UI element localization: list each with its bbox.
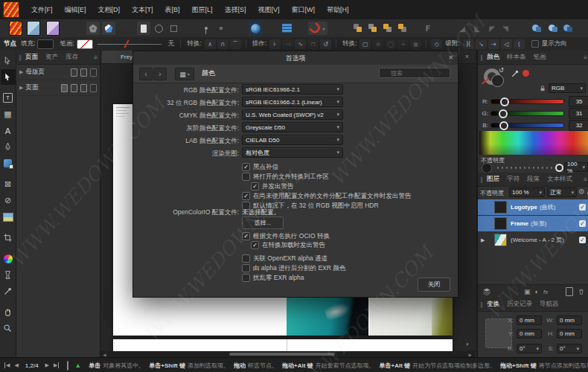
warn-assign-checkbox[interactable]: ✓ 在尚未使用配置文件的文件分配工作配置文件时发出警告: [242, 192, 412, 200]
blue-value[interactable]: 32: [569, 120, 588, 131]
panel-drag-handle[interactable]: ∥: [480, 301, 483, 308]
stroke-width-slider[interactable]: [98, 39, 162, 48]
move-to-front-icon[interactable]: [351, 22, 365, 35]
last-page-icon[interactable]: ▶: [54, 362, 59, 368]
snap-align-icon[interactable]: ◁: [501, 39, 512, 49]
checkbox-box[interactable]: ✓: [242, 232, 250, 240]
snap-to-geometry-icon[interactable]: ⇥: [488, 39, 499, 49]
pin-icon[interactable]: [199, 22, 213, 35]
boolean-intersect-icon[interactable]: [561, 22, 575, 35]
exr-zero-checkbox[interactable]: 扰乱零 EXR alpha: [242, 274, 304, 282]
red-value[interactable]: 35: [569, 96, 588, 107]
close-icon[interactable]: ×: [449, 53, 453, 62]
tab-pages[interactable]: 页面: [25, 53, 38, 62]
panel-menu-icon[interactable]: ≡: [584, 54, 587, 61]
tab-layers[interactable]: 图层: [487, 175, 499, 184]
sections-grid-button[interactable]: ▦ ▾: [175, 68, 194, 80]
boolean-subtract-icon[interactable]: [546, 22, 560, 35]
frame-text-tool-icon[interactable]: T: [1, 90, 16, 106]
rgb32-profile-select[interactable]: sRGB IEC61966-2.1 (Linear)▾: [242, 97, 343, 107]
checkbox-box[interactable]: ✓: [251, 241, 259, 249]
convert-smart-icon[interactable]: ⌒: [230, 39, 241, 49]
panel-menu-icon[interactable]: ≡: [584, 176, 587, 183]
snap-toggle-icon[interactable]: ◇: [431, 39, 442, 49]
photo-teal[interactable]: [287, 298, 368, 336]
w-field[interactable]: 0 mm: [557, 315, 582, 325]
warn-convert-checkbox[interactable]: ✓ 并发出警告: [251, 182, 294, 190]
zoom-tool-icon[interactable]: [1, 321, 16, 336]
layer-row-logotype[interactable]: Logotype (曲线) ✓: [478, 199, 588, 215]
hand-tool-icon[interactable]: [1, 304, 16, 320]
forward-button[interactable]: ›: [153, 68, 167, 80]
stack-icon[interactable]: [280, 22, 293, 35]
h-field[interactable]: 0 mm: [557, 329, 582, 339]
rendering-intent-select[interactable]: 相对色度▾: [242, 147, 343, 158]
artistic-text-tool-icon[interactable]: A: [1, 123, 16, 138]
checkbox-box[interactable]: [242, 274, 250, 282]
menu-help[interactable]: 帮助[H]: [327, 5, 349, 15]
menu-view[interactable]: 视图[V]: [258, 5, 280, 15]
tab-history[interactable]: 历史记录: [507, 300, 532, 309]
expand-caret-icon[interactable]: ▶: [19, 85, 23, 91]
snapping-magnet-icon[interactable]: ▾: [308, 22, 327, 35]
new-shape-icon[interactable]: +: [86, 22, 100, 35]
panel-drag-handle[interactable]: ∥: [480, 54, 483, 61]
black-point-checkbox[interactable]: ✓ 黑点补偿: [242, 163, 278, 171]
add-page-icon[interactable]: [71, 84, 77, 92]
layers-opacity-select[interactable]: 100 %▾: [509, 187, 545, 197]
anchor-icon[interactable]: [214, 22, 228, 35]
add-master-icon[interactable]: [71, 68, 77, 77]
menu-layer[interactable]: 图层[L]: [192, 5, 213, 15]
blend-mode-select[interactable]: 正常▾: [547, 187, 577, 197]
layer-visibility-checkbox[interactable]: ✓: [579, 204, 586, 211]
picture-frame-ellipse-tool-icon[interactable]: ⊘: [1, 193, 16, 208]
menu-document[interactable]: 文档[D]: [98, 5, 121, 15]
back-button[interactable]: ‹: [139, 68, 153, 80]
lock-icon[interactable]: [539, 85, 546, 92]
rgb-profile-select[interactable]: sRGB IEC61966-2.1▾: [242, 84, 343, 94]
menu-file[interactable]: 文件[F]: [31, 5, 53, 15]
layer-visibility-checkbox[interactable]: ✓: [579, 220, 586, 227]
rotate-node-icon[interactable]: ⊕: [372, 39, 383, 49]
y-field[interactable]: 0 mm: [517, 329, 542, 339]
exr-postdivide-checkbox[interactable]: 由 alpha 进行后分割的 EXR 颜色: [242, 264, 345, 272]
join-curves-icon[interactable]: ⊓: [307, 39, 319, 49]
tab-text-styles[interactable]: 文本样式: [547, 175, 572, 184]
tab-navigator[interactable]: 导航器: [540, 300, 559, 309]
rotate-ccw-icon[interactable]: ◤: [485, 22, 499, 35]
shear-node-icon[interactable]: +: [397, 39, 409, 49]
picture-frame-rect-tool-icon[interactable]: ⊠: [1, 176, 16, 192]
vscroll-down-icon[interactable]: ▼: [465, 342, 470, 347]
s-field[interactable]: 0°▾: [557, 344, 582, 353]
dialog-title-bar[interactable]: 首选项 ×: [133, 51, 458, 65]
menu-window[interactable]: 窗口[W]: [292, 5, 316, 15]
snap-offcurve-icon[interactable]: )(: [463, 39, 474, 49]
pen-tool-icon[interactable]: [1, 139, 16, 155]
checkbox-box[interactable]: [242, 264, 250, 272]
red-slider[interactable]: [490, 99, 564, 104]
tab-transform[interactable]: 变换: [487, 300, 499, 309]
prev-page-icon[interactable]: ◀: [14, 362, 18, 368]
green-slider[interactable]: [490, 111, 564, 116]
layer-row-welcome[interactable]: ▶ (Welcome - A - 2 页) ✓: [478, 232, 588, 248]
convert-sharp-icon[interactable]: ∧: [205, 39, 216, 49]
photo-light[interactable]: [370, 298, 453, 336]
mask-icon[interactable]: ▣: [524, 288, 531, 295]
convert-opened-checkbox[interactable]: 将打开的文件转换到工作区: [242, 173, 329, 181]
page-tool-icon[interactable]: [137, 22, 150, 35]
panel-menu-icon[interactable]: ≡: [94, 54, 98, 61]
tab-paragraph[interactable]: 段落: [527, 175, 540, 184]
adjustment-icon[interactable]: ◐: [535, 288, 539, 295]
node-tool-icon[interactable]: [1, 69, 16, 85]
duplicate-page-icon[interactable]: [80, 84, 87, 92]
master-pages-row[interactable]: ▶ 母版页: [16, 65, 100, 80]
picked-color-dot[interactable]: [523, 70, 529, 77]
pages-row[interactable]: ▶ 页面: [16, 80, 100, 96]
move-tool-icon[interactable]: [1, 53, 16, 68]
fill-swatch[interactable]: [37, 39, 54, 49]
close-button[interactable]: 关闭: [418, 278, 450, 292]
effects-icon[interactable]: fx: [543, 289, 548, 295]
table-tool-icon[interactable]: ▦: [1, 106, 16, 122]
layer-settings-gear-icon[interactable]: ⚙: [578, 187, 585, 196]
boolean-add-icon[interactable]: [530, 22, 543, 35]
